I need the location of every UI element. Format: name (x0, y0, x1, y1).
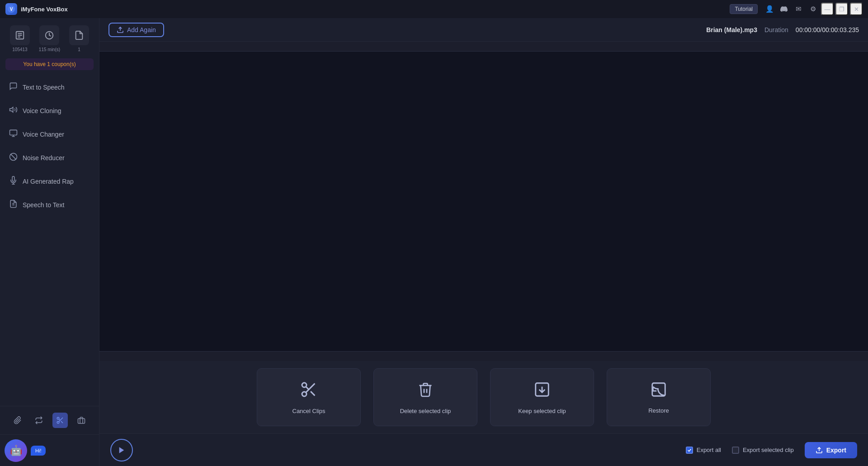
svg-rect-8 (9, 130, 17, 135)
svg-marker-7 (9, 107, 13, 112)
restore-label: Restore (648, 407, 669, 414)
svg-line-28 (306, 386, 309, 389)
noise-reducer-icon (8, 152, 18, 163)
min-count-label: 115 min(s) (39, 47, 60, 52)
email-icon-button[interactable]: ✉ (792, 3, 805, 15)
sidebar-bottom (0, 406, 99, 434)
user-icon-button[interactable]: 👤 (763, 3, 776, 15)
app-title: iMyFone VoxBox (21, 6, 68, 13)
play-button[interactable] (110, 439, 133, 461)
svg-rect-22 (78, 418, 85, 423)
attachment-icon-button[interactable] (10, 413, 25, 428)
svg-line-27 (311, 391, 315, 395)
export-selected-checkbox-group[interactable]: Export selected clip (732, 447, 794, 454)
export-all-checkbox[interactable] (686, 447, 693, 454)
svg-line-21 (59, 419, 60, 420)
sidebar-item-speech-to-text[interactable]: Speech to Text (0, 193, 99, 217)
export-controls: Export all Export selected clip Export (686, 442, 857, 458)
char-count-icon (10, 25, 30, 45)
min-count-item[interactable]: 115 min(s) (39, 25, 60, 52)
svg-point-25 (302, 392, 307, 396)
sidebar-label-voice-cloning: Voice Cloning (23, 107, 61, 114)
title-bar-right: Tutorial 👤 ✉ ⚙ — ❐ ✕ (730, 3, 863, 15)
bot-avatar-area: 🤖 Hi! (0, 434, 99, 466)
restore-card[interactable]: Restore (607, 368, 711, 426)
svg-line-12 (10, 154, 16, 159)
content-area: Add Again Brian (Male).mp3 Duration 00:0… (99, 18, 868, 466)
add-again-button[interactable]: Add Again (108, 23, 164, 37)
text-to-speech-icon (8, 82, 18, 93)
bottom-bar: Export all Export selected clip Export (99, 433, 868, 466)
briefcase-icon-button[interactable] (74, 413, 89, 428)
sidebar-item-voice-cloning[interactable]: Voice Cloning (0, 99, 99, 123)
keep-clip-card[interactable]: Keep selected clip (490, 368, 594, 426)
sidebar-label-text-to-speech: Text to Speech (23, 84, 65, 91)
voice-changer-icon (8, 129, 18, 140)
bot-chat-bubble: Hi! (31, 446, 46, 456)
coupon-bar: You have 1 coupon(s) (5, 58, 94, 70)
svg-rect-31 (652, 383, 665, 396)
sidebar: 105413 115 min(s) 1 You have 1 coupon(s) (0, 18, 99, 466)
keep-clip-icon (533, 380, 551, 402)
file-name: Brian (Male).mp3 (706, 26, 757, 33)
settings-icon-button[interactable]: ⚙ (807, 3, 819, 15)
waveform-canvas-area[interactable] (99, 52, 868, 351)
top-toolbar: Add Again Brian (Male).mp3 Duration 00:0… (99, 18, 868, 42)
cancel-clips-card[interactable]: Cancel Clips (257, 368, 361, 426)
file-info: Brian (Male).mp3 Duration 00:00:00/00:00… (706, 26, 859, 33)
file-count-label: 1 (78, 47, 80, 52)
waveform-section (99, 42, 868, 361)
char-count-label: 105413 (12, 47, 27, 52)
bot-avatar[interactable]: 🤖 (5, 439, 27, 462)
svg-text:V: V (10, 7, 13, 12)
sidebar-item-noise-reducer[interactable]: Noise Reducer (0, 146, 99, 170)
delete-clip-card[interactable]: Delete selected clip (373, 368, 477, 426)
export-selected-label: Export selected clip (743, 447, 794, 453)
file-count-item[interactable]: 1 (69, 25, 89, 52)
maximize-button[interactable]: ❐ (835, 3, 848, 15)
actions-area: Cancel Clips Delete selected clip (99, 361, 868, 433)
min-count-icon (39, 25, 59, 45)
delete-clip-label: Delete selected clip (400, 408, 451, 414)
delete-clip-icon (417, 380, 434, 402)
sidebar-label-noise-reducer: Noise Reducer (23, 154, 65, 162)
file-count-icon (69, 25, 89, 45)
sidebar-top: 105413 115 min(s) 1 (0, 18, 99, 57)
ai-rap-icon (8, 176, 18, 187)
bottom-ruler (99, 351, 868, 361)
speech-to-text-icon (8, 200, 18, 210)
main-layout: 105413 115 min(s) 1 You have 1 coupon(s) (0, 18, 868, 466)
loop-icon-button[interactable] (31, 413, 47, 428)
export-btn-label: Export (826, 447, 846, 454)
discord-icon-button[interactable] (778, 3, 790, 15)
svg-point-17 (57, 417, 59, 419)
keep-clip-label: Keep selected clip (518, 408, 566, 414)
sidebar-label-voice-changer: Voice Changer (23, 131, 64, 138)
svg-point-24 (302, 383, 307, 387)
char-count-item[interactable]: 105413 (10, 25, 30, 52)
duration-value: 00:00:00/00:00:03.235 (796, 26, 859, 33)
svg-marker-32 (119, 447, 124, 453)
svg-point-18 (57, 421, 59, 423)
sidebar-nav: Text to Speech Voice Cloning Voice Chang… (0, 76, 99, 406)
export-all-checkbox-group[interactable]: Export all (686, 447, 721, 454)
minimize-button[interactable]: — (821, 3, 834, 15)
scissors-icon-button[interactable] (52, 413, 68, 428)
sidebar-item-ai-rap[interactable]: AI Generated Rap (0, 170, 99, 193)
export-all-label: Export all (697, 447, 721, 453)
sidebar-label-ai-rap: AI Generated Rap (23, 178, 74, 185)
export-button[interactable]: Export (805, 442, 857, 458)
sidebar-item-voice-changer[interactable]: Voice Changer (0, 123, 99, 146)
sidebar-item-text-to-speech[interactable]: Text to Speech (0, 76, 99, 99)
app-logo: V (5, 3, 17, 15)
export-selected-checkbox[interactable] (732, 447, 739, 454)
voice-cloning-icon (8, 105, 18, 116)
cancel-clips-icon (300, 380, 318, 402)
close-button[interactable]: ✕ (850, 3, 863, 15)
restore-icon (650, 381, 667, 402)
top-ruler (99, 42, 868, 52)
sidebar-label-speech-to-text: Speech to Text (23, 201, 64, 209)
tutorial-button[interactable]: Tutorial (730, 4, 758, 14)
cancel-clips-label: Cancel Clips (292, 408, 326, 414)
title-bar-left: V iMyFone VoxBox (5, 3, 68, 15)
